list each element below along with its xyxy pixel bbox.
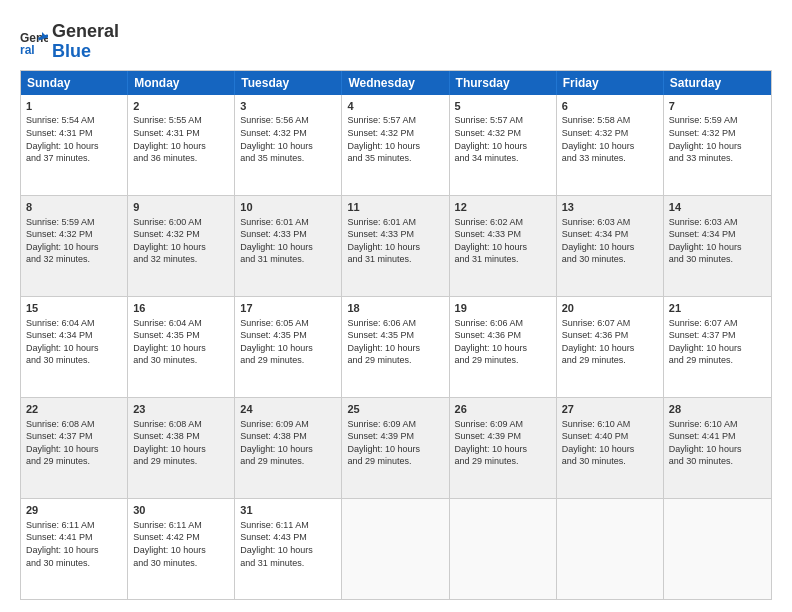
cell-line: Sunrise: 6:06 AM [347,317,443,330]
cell-line: Daylight: 10 hours [240,544,336,557]
cell-line: Daylight: 10 hours [347,241,443,254]
day-number: 25 [347,402,443,417]
cell-line: and 29 minutes. [347,354,443,367]
cell-line: Sunset: 4:31 PM [133,127,229,140]
cell-line: Sunrise: 6:03 AM [669,216,766,229]
logo: Gene ral General Blue [20,22,119,62]
cell-line: Daylight: 10 hours [669,140,766,153]
cell-line: and 30 minutes. [133,354,229,367]
cell-line: Sunrise: 6:09 AM [455,418,551,431]
cell-line: Daylight: 10 hours [133,241,229,254]
cell-line: Sunset: 4:32 PM [562,127,658,140]
day-cell-5: 5Sunrise: 5:57 AMSunset: 4:32 PMDaylight… [450,95,557,195]
day-cell-15: 15Sunrise: 6:04 AMSunset: 4:34 PMDayligh… [21,297,128,397]
cell-line: Sunset: 4:35 PM [347,329,443,342]
cell-line: and 29 minutes. [133,455,229,468]
cell-line: Daylight: 10 hours [240,342,336,355]
day-number: 21 [669,301,766,316]
cell-line: and 29 minutes. [455,455,551,468]
cell-line: Sunset: 4:36 PM [455,329,551,342]
day-number: 29 [26,503,122,518]
cell-line: Daylight: 10 hours [240,443,336,456]
day-cell-3: 3Sunrise: 5:56 AMSunset: 4:32 PMDaylight… [235,95,342,195]
cell-line: Daylight: 10 hours [562,140,658,153]
day-cell-2: 2Sunrise: 5:55 AMSunset: 4:31 PMDaylight… [128,95,235,195]
day-number: 19 [455,301,551,316]
cell-line: Daylight: 10 hours [347,140,443,153]
day-number: 18 [347,301,443,316]
cell-line: Sunrise: 6:04 AM [26,317,122,330]
cell-line: and 29 minutes. [240,354,336,367]
cell-line: Daylight: 10 hours [133,443,229,456]
cell-line: Daylight: 10 hours [562,342,658,355]
cell-line: and 30 minutes. [133,557,229,570]
day-cell-14: 14Sunrise: 6:03 AMSunset: 4:34 PMDayligh… [664,196,771,296]
calendar-header: SundayMondayTuesdayWednesdayThursdayFrid… [21,71,771,95]
cell-line: Sunset: 4:39 PM [347,430,443,443]
cell-line: Daylight: 10 hours [133,342,229,355]
cell-line: Sunrise: 5:59 AM [26,216,122,229]
header-day-saturday: Saturday [664,71,771,95]
empty-cell [342,499,449,599]
empty-cell [664,499,771,599]
day-cell-23: 23Sunrise: 6:08 AMSunset: 4:38 PMDayligh… [128,398,235,498]
cell-line: Sunrise: 6:00 AM [133,216,229,229]
cell-line: Sunrise: 6:01 AM [347,216,443,229]
day-number: 14 [669,200,766,215]
svg-text:ral: ral [20,43,35,56]
cell-line: Sunset: 4:31 PM [26,127,122,140]
cell-line: and 34 minutes. [455,152,551,165]
day-number: 4 [347,99,443,114]
cell-line: Sunset: 4:41 PM [26,531,122,544]
cell-line: Sunset: 4:32 PM [669,127,766,140]
cell-line: and 31 minutes. [347,253,443,266]
cell-line: Sunset: 4:34 PM [26,329,122,342]
cell-line: Sunset: 4:43 PM [240,531,336,544]
cell-line: and 30 minutes. [562,253,658,266]
day-number: 3 [240,99,336,114]
cell-line: Sunrise: 5:59 AM [669,114,766,127]
header-day-monday: Monday [128,71,235,95]
cell-line: Sunrise: 5:54 AM [26,114,122,127]
day-cell-9: 9Sunrise: 6:00 AMSunset: 4:32 PMDaylight… [128,196,235,296]
day-number: 5 [455,99,551,114]
day-cell-11: 11Sunrise: 6:01 AMSunset: 4:33 PMDayligh… [342,196,449,296]
cell-line: and 31 minutes. [455,253,551,266]
cell-line: and 31 minutes. [240,253,336,266]
day-number: 16 [133,301,229,316]
header: Gene ral General Blue [20,18,772,62]
cell-line: Sunset: 4:36 PM [562,329,658,342]
header-day-sunday: Sunday [21,71,128,95]
cell-line: Sunrise: 6:08 AM [26,418,122,431]
cell-line: Daylight: 10 hours [669,342,766,355]
cell-line: Daylight: 10 hours [455,342,551,355]
calendar-row-4: 22Sunrise: 6:08 AMSunset: 4:37 PMDayligh… [21,397,771,498]
page: Gene ral General Blue SundayMondayTuesda… [0,0,792,612]
cell-line: Sunset: 4:38 PM [133,430,229,443]
day-number: 31 [240,503,336,518]
cell-line: Daylight: 10 hours [347,342,443,355]
day-number: 2 [133,99,229,114]
day-number: 24 [240,402,336,417]
cell-line: Sunrise: 5:57 AM [455,114,551,127]
cell-line: Sunset: 4:37 PM [669,329,766,342]
cell-line: Sunset: 4:42 PM [133,531,229,544]
cell-line: and 33 minutes. [669,152,766,165]
cell-line: Daylight: 10 hours [26,140,122,153]
cell-line: Daylight: 10 hours [133,140,229,153]
day-cell-21: 21Sunrise: 6:07 AMSunset: 4:37 PMDayligh… [664,297,771,397]
empty-cell [450,499,557,599]
cell-line: Daylight: 10 hours [562,443,658,456]
day-number: 30 [133,503,229,518]
day-cell-16: 16Sunrise: 6:04 AMSunset: 4:35 PMDayligh… [128,297,235,397]
day-cell-17: 17Sunrise: 6:05 AMSunset: 4:35 PMDayligh… [235,297,342,397]
cell-line: Sunrise: 6:09 AM [240,418,336,431]
cell-line: and 30 minutes. [562,455,658,468]
cell-line: Sunrise: 5:57 AM [347,114,443,127]
cell-line: Daylight: 10 hours [562,241,658,254]
calendar-body: 1Sunrise: 5:54 AMSunset: 4:31 PMDaylight… [21,95,771,599]
cell-line: and 30 minutes. [26,557,122,570]
cell-line: and 35 minutes. [240,152,336,165]
day-number: 27 [562,402,658,417]
day-number: 13 [562,200,658,215]
